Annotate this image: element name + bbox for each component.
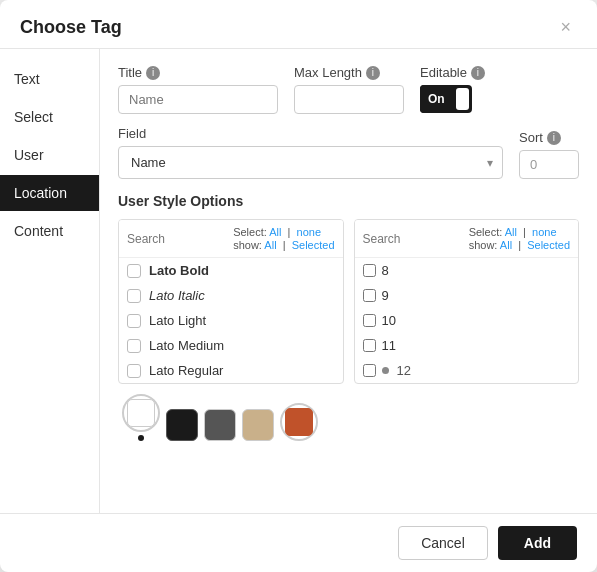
sidebar-item-content[interactable]: Content xyxy=(0,213,99,249)
swatch-white[interactable] xyxy=(122,394,160,432)
modal: Choose Tag × Text Select User Location C… xyxy=(0,0,597,572)
size-list: 8 9 10 11 xyxy=(355,258,579,383)
font-label-light: Lato Light xyxy=(149,313,206,328)
list-item: 8 xyxy=(355,258,579,283)
size-checkbox-9[interactable] xyxy=(363,289,376,302)
font-select-links: Select: All | none show: All | Selected xyxy=(233,226,334,251)
size-search-input[interactable] xyxy=(363,232,423,246)
field-sort-row: Field Name ▾ Sort i xyxy=(118,126,579,179)
sort-info-icon: i xyxy=(547,131,561,145)
list-item: 10 xyxy=(355,308,579,333)
font-select-none-link[interactable]: none xyxy=(297,226,321,238)
editable-info-icon: i xyxy=(471,66,485,80)
size-checkbox-11[interactable] xyxy=(363,339,376,352)
size-checkbox-10[interactable] xyxy=(363,314,376,327)
font-checkbox-medium[interactable] xyxy=(127,339,141,353)
list-item: 9 xyxy=(355,283,579,308)
toggle-knob xyxy=(456,88,469,110)
size-dot-12 xyxy=(382,367,389,374)
font-style-box: Select: All | none show: All | Selected xyxy=(118,219,344,384)
list-item: Lato Medium xyxy=(119,333,343,358)
editable-toggle[interactable]: On xyxy=(420,85,472,113)
cancel-button[interactable]: Cancel xyxy=(398,526,488,560)
font-show-links: show: All | Selected xyxy=(233,239,334,251)
sort-label: Sort i xyxy=(519,130,579,145)
font-list: Lato Bold Lato Italic Lato Light La xyxy=(119,258,343,383)
font-checkbox-light[interactable] xyxy=(127,314,141,328)
field-select-wrapper: Name ▾ xyxy=(118,146,503,179)
font-show-selected-link[interactable]: Selected xyxy=(292,239,335,251)
size-label-12: 12 xyxy=(397,363,411,378)
title-label: Title i xyxy=(118,65,278,80)
maxlength-info-icon: i xyxy=(366,66,380,80)
size-show-all-link[interactable]: All xyxy=(500,239,512,251)
font-label-italic: Lato Italic xyxy=(149,288,205,303)
font-label-medium: Lato Medium xyxy=(149,338,224,353)
main-content: Title i Max Length i Editable i xyxy=(100,49,597,513)
font-box-header: Select: All | none show: All | Selected xyxy=(119,220,343,258)
size-select-links: Select: All | none show: All | Selected xyxy=(469,226,570,251)
add-button[interactable]: Add xyxy=(498,526,577,560)
maxlength-group: Max Length i xyxy=(294,65,404,114)
maxlength-label: Max Length i xyxy=(294,65,404,80)
font-show-all-link[interactable]: All xyxy=(264,239,276,251)
swatch-tan[interactable] xyxy=(242,409,274,441)
editable-label: Editable i xyxy=(420,65,485,80)
size-select-all-link[interactable]: All xyxy=(505,226,517,238)
size-show-selected-link[interactable]: Selected xyxy=(527,239,570,251)
size-label-9: 9 xyxy=(382,288,389,303)
swatch-wrapper-darkgray xyxy=(204,409,236,441)
field-select[interactable]: Name xyxy=(118,146,503,179)
size-style-box: Select: All | none show: All | Selected xyxy=(354,219,580,384)
font-checkbox-regular[interactable] xyxy=(127,364,141,378)
size-select-none-link[interactable]: none xyxy=(532,226,556,238)
sidebar-item-select[interactable]: Select xyxy=(0,99,99,135)
font-label-bold: Lato Bold xyxy=(149,263,209,278)
top-form-row: Title i Max Length i Editable i xyxy=(118,65,579,114)
close-button[interactable]: × xyxy=(554,16,577,38)
swatch-black[interactable] xyxy=(166,409,198,441)
title-group: Title i xyxy=(118,65,278,114)
swatch-wrapper-black xyxy=(166,409,198,441)
size-label-11: 11 xyxy=(382,338,396,353)
swatch-rust[interactable] xyxy=(280,403,318,441)
style-options-title: User Style Options xyxy=(118,193,579,209)
swatch-darkgray[interactable] xyxy=(204,409,236,441)
swatch-dot-white xyxy=(138,435,144,441)
list-item: 11 xyxy=(355,333,579,358)
sidebar-item-location[interactable]: Location xyxy=(0,175,99,211)
swatch-wrapper-rust xyxy=(280,403,318,441)
list-item: Lato Bold xyxy=(119,258,343,283)
font-select-all-link[interactable]: All xyxy=(269,226,281,238)
list-item: Lato Regular xyxy=(119,358,343,383)
font-checkbox-italic[interactable] xyxy=(127,289,141,303)
font-label-regular: Lato Regular xyxy=(149,363,223,378)
size-label-8: 8 xyxy=(382,263,389,278)
sidebar-item-text[interactable]: Text xyxy=(0,61,99,97)
maxlength-input[interactable] xyxy=(294,85,404,114)
size-box-header: Select: All | none show: All | Selected xyxy=(355,220,579,258)
swatch-inner-white xyxy=(127,399,155,427)
size-label-10: 10 xyxy=(382,313,396,328)
swatch-wrapper-tan xyxy=(242,409,274,441)
font-checkbox-bold[interactable] xyxy=(127,264,141,278)
title-input[interactable] xyxy=(118,85,278,114)
modal-body: Text Select User Location Content Title xyxy=(0,49,597,513)
sort-group: Sort i xyxy=(519,130,579,179)
size-checkbox-12[interactable] xyxy=(363,364,376,377)
field-row: Field Name ▾ Sort i xyxy=(118,126,579,179)
list-item: Lato Light xyxy=(119,308,343,333)
sort-input[interactable] xyxy=(519,150,579,179)
size-checkbox-8[interactable] xyxy=(363,264,376,277)
size-show-links: show: All | Selected xyxy=(469,239,570,251)
editable-group: Editable i On xyxy=(420,65,485,113)
font-search-input[interactable] xyxy=(127,232,187,246)
swatch-inner-rust xyxy=(285,408,313,436)
modal-title: Choose Tag xyxy=(20,17,122,38)
modal-header: Choose Tag × xyxy=(0,0,597,49)
field-label: Field xyxy=(118,126,503,141)
sidebar-item-user[interactable]: User xyxy=(0,137,99,173)
field-group: Field Name ▾ xyxy=(118,126,503,179)
style-options-row: Select: All | none show: All | Selected xyxy=(118,219,579,384)
modal-footer: Cancel Add xyxy=(0,513,597,572)
